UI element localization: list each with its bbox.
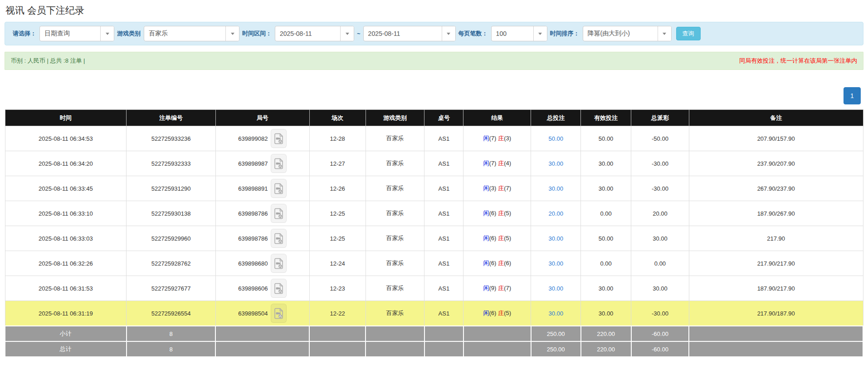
result-banker-label: 庄 (498, 285, 504, 291)
cell-payout: 30.00 (631, 226, 689, 251)
chevron-down-icon (533, 26, 547, 41)
date-from-select[interactable]: 2025-08-11 (275, 26, 354, 41)
result-banker-score: (6) (504, 260, 511, 266)
page-1-button[interactable]: 1 (844, 87, 861, 104)
result-banker-label: 庄 (498, 135, 504, 142)
col-header-game-type: 游戏类别 (366, 110, 424, 126)
cell-time: 2025-08-11 06:33:45 (5, 176, 127, 201)
table-row: 2025-08-11 06:32:26522725928762639898680… (5, 251, 863, 276)
total-bet-link[interactable]: 30.00 (548, 235, 563, 242)
video-replay-button[interactable] (271, 154, 287, 173)
video-replay-button[interactable] (271, 229, 287, 248)
footer-label: 小计 (5, 326, 127, 341)
table-row: 2025-08-11 06:34:53522725933236639899082… (5, 126, 863, 151)
result-player-score: (7) (489, 135, 496, 142)
col-header-result: 结果 (463, 110, 531, 126)
cell-total-bet: 30.00 (531, 251, 581, 276)
cell-valid-bet: 30.00 (581, 276, 631, 301)
result-player-label: 闲 (483, 310, 489, 316)
video-file-icon (274, 233, 283, 244)
search-button[interactable]: 查询 (676, 27, 701, 40)
date-to-select[interactable]: 2025-08-11 (363, 26, 456, 41)
table-footer-row: 总计8250.00220.00-60.00 (5, 341, 863, 357)
result-banker-score: (5) (504, 210, 511, 217)
footer-label: 总计 (5, 341, 127, 357)
table-row: 2025-08-11 06:31:53522725927677639898606… (5, 276, 863, 301)
cell-round-no: 639898891 (215, 176, 309, 201)
cell-table-no: AS1 (424, 276, 463, 301)
result-banker-score: (4) (504, 160, 511, 167)
cell-game-type: 百家乐 (366, 226, 424, 251)
cell-valid-bet: 30.00 (581, 301, 631, 326)
time-range-label: 时间区间： (242, 30, 272, 38)
cell-total-bet: 50.00 (531, 126, 581, 151)
footer-payout: -60.00 (631, 341, 689, 357)
result-banker-label: 庄 (498, 210, 504, 217)
page-size-label: 每页笔数： (458, 30, 488, 38)
cell-total-bet: 20.00 (531, 201, 581, 226)
video-replay-button[interactable] (271, 254, 287, 273)
result-player-label: 闲 (483, 260, 489, 266)
page-title: 视讯 会员下注纪录 (5, 4, 863, 17)
result-player-label: 闲 (483, 135, 489, 142)
time-sort-value: 降冪(由大到小) (583, 30, 658, 38)
page-size-select[interactable]: 100 (491, 26, 547, 41)
chevron-down-icon (225, 26, 239, 41)
footer-empty-result (463, 326, 531, 341)
cell-bet-no: 522725928762 (127, 251, 216, 276)
time-sort-label: 时间排序： (550, 30, 580, 38)
cell-payout: 0.00 (631, 251, 689, 276)
round-no-text: 639898680 (238, 260, 268, 267)
cell-time: 2025-08-11 06:32:26 (5, 251, 127, 276)
cell-game-type: 百家乐 (366, 201, 424, 226)
result-player-label: 闲 (483, 160, 489, 167)
result-player-score: (6) (489, 235, 496, 242)
video-replay-button[interactable] (271, 204, 287, 223)
total-bet-link[interactable]: 20.00 (548, 210, 563, 217)
table-header-row: 时间 注单编号 局号 场次 游戏类别 桌号 结果 总投注 有效投注 总派彩 备注 (5, 110, 863, 126)
total-bet-link[interactable]: 30.00 (548, 260, 563, 267)
query-mode-value: 日期查询 (40, 30, 100, 38)
cell-valid-bet: 50.00 (581, 226, 631, 251)
total-bet-link[interactable]: 30.00 (548, 185, 563, 192)
table-row: 2025-08-11 06:33:45522725931290639898891… (5, 176, 863, 201)
currency-total-summary: 币别 : 人民币 | 总共 :8 注单 | (11, 57, 85, 65)
total-bet-link[interactable]: 30.00 (548, 285, 563, 292)
date-range-tilde: ~ (357, 30, 361, 37)
footer-valid-bet: 220.00 (581, 341, 631, 357)
cell-bet-no: 522725933236 (127, 126, 216, 151)
video-file-icon (274, 208, 283, 219)
cell-time: 2025-08-11 06:31:53 (5, 276, 127, 301)
total-bet-link[interactable]: 30.00 (548, 310, 563, 317)
cell-table-no: AS1 (424, 201, 463, 226)
col-header-total-bet: 总投注 (531, 110, 581, 126)
footer-total-bet: 250.00 (531, 326, 581, 341)
table-row: 2025-08-11 06:33:03522725929960639898786… (5, 226, 863, 251)
query-mode-label: 请选择： (13, 30, 36, 38)
game-type-select[interactable]: 百家乐 (144, 26, 239, 41)
cell-round-no: 639899082 (215, 126, 309, 151)
video-replay-button[interactable] (271, 129, 287, 148)
cell-bet-no: 522725930138 (127, 201, 216, 226)
footer-empty-round (215, 341, 309, 357)
cell-bet-no: 522725932333 (127, 151, 216, 176)
page-size-value: 100 (492, 30, 533, 37)
footer-empty-round (215, 326, 309, 341)
total-bet-link[interactable]: 30.00 (548, 160, 563, 167)
video-replay-button[interactable] (271, 179, 287, 198)
footer-count: 8 (127, 326, 216, 341)
cell-session: 12-25 (309, 226, 366, 251)
cell-remark: 187.90/217.90 (689, 276, 863, 301)
table-row: 2025-08-11 06:33:10522725930138639898786… (5, 201, 863, 226)
table-row: 2025-08-11 06:31:19522725926554639898504… (5, 301, 863, 326)
video-replay-button[interactable] (271, 279, 287, 298)
cell-session: 12-23 (309, 276, 366, 301)
cell-game-type: 百家乐 (366, 251, 424, 276)
query-mode-select[interactable]: 日期查询 (39, 26, 114, 41)
video-replay-button[interactable] (271, 304, 287, 323)
cell-result: 闲(6)庄(5) (463, 201, 531, 226)
time-sort-select[interactable]: 降冪(由大到小) (583, 26, 672, 41)
result-player-score: (6) (489, 260, 496, 266)
cell-payout: 30.00 (631, 276, 689, 301)
total-bet-link[interactable]: 50.00 (548, 135, 563, 142)
